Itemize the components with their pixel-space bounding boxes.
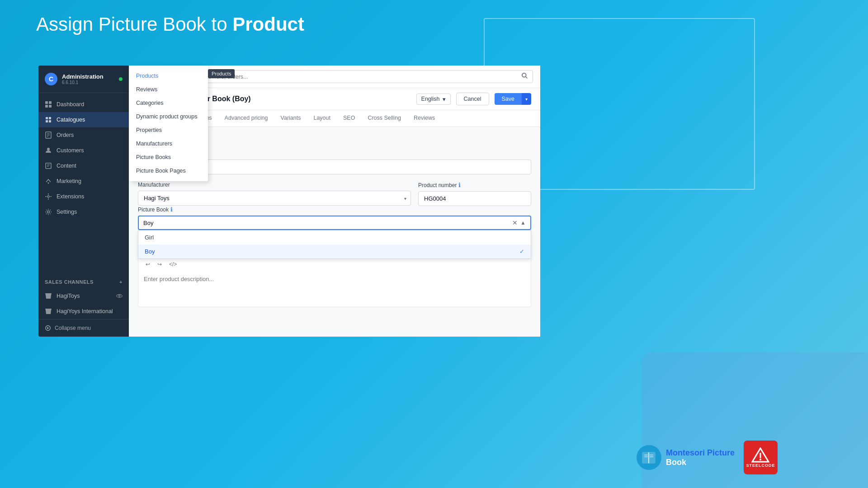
montesori-title: Montesori Picture: [666, 448, 735, 457]
picture-book-toggle-button[interactable]: ▲: [520, 220, 526, 226]
sidebar-item-label-settings: Settings: [57, 209, 77, 215]
tab-seo[interactable]: SEO: [337, 110, 361, 127]
sidebar-item-hagitoys[interactable]: HagiToys: [38, 288, 129, 304]
magnify-icon: [522, 73, 528, 79]
dropdown-option-girl[interactable]: Girl: [138, 230, 531, 244]
customers-icon: [45, 147, 52, 154]
status-dot: [119, 77, 123, 81]
manufacturer-row: Manufacturer Hagi Toys ▾ Product number …: [138, 182, 531, 206]
submenu-item-dynamic-product-groups[interactable]: Dynamic product groups: [129, 110, 208, 123]
orders-icon: [45, 131, 52, 139]
picture-book-input-wrapper: ✕ ▲: [138, 216, 531, 230]
collapse-menu-button[interactable]: Collapse menu: [45, 325, 123, 331]
svg-rect-1: [49, 101, 52, 104]
picture-book-input[interactable]: [143, 220, 512, 226]
submenu-item-products[interactable]: Products Products: [129, 69, 208, 83]
sidebar-item-hagiyoys-intl[interactable]: HagiYoys International: [38, 304, 129, 319]
save-button-group: Save ▾: [495, 93, 532, 105]
sidebar-item-orders[interactable]: Orders: [38, 127, 129, 143]
picture-book-info-icon: ℹ: [170, 206, 173, 213]
sidebar-item-label-hagitoys: HagiToys: [57, 293, 80, 299]
sidebar-item-marketing[interactable]: Marketing: [38, 174, 129, 189]
search-submit-button[interactable]: [517, 70, 533, 83]
language-selector[interactable]: English ▾: [416, 94, 451, 105]
sidebar-item-label-orders: Orders: [57, 132, 74, 138]
dropdown-option-boy[interactable]: Boy ✓: [138, 244, 531, 258]
cancel-button[interactable]: Cancel: [456, 93, 489, 105]
submenu-item-properties[interactable]: Properties: [129, 123, 208, 137]
save-button[interactable]: Save: [495, 93, 522, 105]
montesori-subtitle: Book: [666, 458, 735, 467]
product-number-label: Product number ℹ: [418, 182, 531, 188]
product-number-input[interactable]: [418, 191, 531, 206]
catalogue-icon: [45, 116, 52, 123]
save-dropdown-button[interactable]: ▾: [522, 93, 531, 105]
extensions-icon: [45, 193, 52, 200]
submenu-panel: Products Products Reviews Categories Dyn…: [129, 66, 208, 181]
svg-point-14: [47, 211, 50, 213]
svg-point-15: [117, 295, 122, 298]
submenu-item-picture-books[interactable]: Picture Books: [129, 150, 208, 164]
manufacturer-label: Manufacturer: [138, 182, 411, 188]
steelcode-logo: STEELCODE: [744, 441, 778, 474]
tab-advanced-pricing[interactable]: Advanced pricing: [218, 110, 274, 127]
picture-book-label: Picture Book ℹ: [138, 206, 531, 213]
svg-rect-0: [45, 101, 48, 104]
logo-icon: C: [45, 73, 57, 85]
sales-channels-label: Sales Channels: [45, 279, 94, 285]
sidebar-item-settings[interactable]: Settings: [38, 204, 129, 220]
collapse-label: Collapse menu: [55, 325, 91, 331]
redo-button[interactable]: ↪: [155, 260, 165, 268]
tab-reviews[interactable]: Reviews: [407, 110, 441, 127]
sidebar-item-label-content: Content: [57, 163, 76, 169]
svg-rect-2: [45, 105, 48, 108]
store-icon-hagitoys: [45, 292, 52, 300]
sidebar-item-dashboard[interactable]: Dashboard: [38, 97, 129, 112]
svg-point-16: [118, 295, 120, 297]
page-heading: Assign Picture Book to Product: [36, 14, 304, 35]
dashboard-icon: [45, 101, 52, 108]
sidebar-item-label-customers: Customers: [57, 147, 84, 154]
sidebar-item-label-hagiyoys: HagiYoys International: [57, 308, 113, 314]
manufacturer-select-wrapper: Hagi Toys ▾: [138, 191, 411, 206]
title-prefix: Assign Picture Book to: [36, 14, 232, 35]
sidebar-item-extensions[interactable]: Extensions: [38, 189, 129, 204]
sidebar-item-content[interactable]: Content: [38, 158, 129, 174]
title-bold: Product: [232, 14, 304, 35]
manufacturer-select[interactable]: Hagi Toys: [138, 191, 411, 206]
store-icon-hagiyoys: [45, 308, 52, 315]
sidebar-item-catalogues[interactable]: Catalogues: [38, 112, 129, 127]
tab-cross-selling[interactable]: Cross Selling: [361, 110, 407, 127]
picture-book-dropdown: Girl Boy ✓: [138, 230, 531, 259]
svg-point-27: [760, 459, 761, 460]
sidebar-item-label-extensions: Extensions: [57, 193, 84, 200]
submenu-item-picture-book-pages[interactable]: Picture Book Pages: [129, 164, 208, 178]
admin-title: Administration: [62, 73, 104, 80]
undo-button[interactable]: ↩: [143, 260, 153, 268]
sidebar-item-label-catalogues: Catalogues: [57, 117, 85, 123]
svg-rect-3: [49, 105, 52, 108]
submenu-tooltip: Products: [208, 69, 235, 78]
svg-point-18: [522, 73, 526, 77]
submenu-item-manufacturers[interactable]: Manufacturers: [129, 137, 208, 150]
sidebar-item-customers[interactable]: Customers: [38, 143, 129, 158]
submenu-item-categories[interactable]: Categories: [129, 96, 208, 110]
description-textarea[interactable]: [138, 271, 531, 307]
admin-version: 6.6.10.1: [62, 80, 104, 85]
submenu-item-reviews[interactable]: Reviews: [129, 83, 208, 96]
manufacturer-col: Manufacturer Hagi Toys ▾: [138, 182, 411, 206]
add-sales-channel-button[interactable]: +: [119, 279, 123, 285]
main-container: C Administration 6.6.10.1 Dashboard Cata…: [38, 66, 540, 337]
picture-book-clear-button[interactable]: ✕: [512, 219, 518, 226]
sidebar-item-label-dashboard: Dashboard: [57, 101, 84, 108]
tab-variants[interactable]: Variants: [274, 110, 307, 127]
steelcode-icon: [751, 447, 769, 463]
language-arrow: ▾: [443, 96, 446, 103]
source-button[interactable]: </>: [166, 260, 179, 268]
sales-channels-header: Sales Channels +: [38, 276, 129, 288]
tab-layout[interactable]: Layout: [307, 110, 337, 127]
language-value: English: [421, 96, 440, 102]
svg-point-12: [48, 183, 49, 184]
description-group: ↩ ↪ </>: [138, 257, 531, 309]
content-icon: [45, 162, 52, 169]
